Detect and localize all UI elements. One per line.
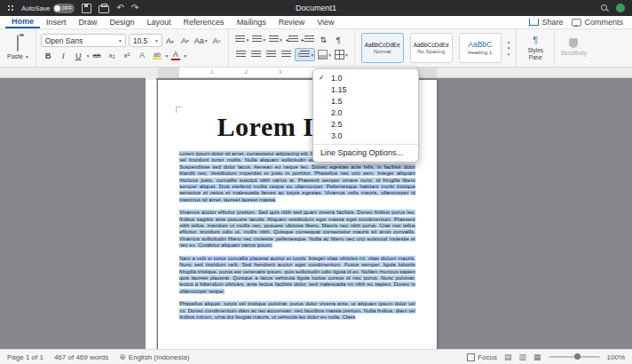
menu-item-label: 3.0 (331, 131, 343, 140)
tab-layout[interactable]: Layout (141, 16, 178, 28)
sensitivity-button[interactable]: Sensitivity (555, 28, 592, 67)
zoom-slider[interactable] (549, 356, 600, 358)
multilevel-list-icon (269, 36, 279, 44)
text-effects-icon: A (139, 51, 145, 59)
autosave-control[interactable]: AutoSave OFF (21, 4, 75, 13)
vertical-ruler-band (146, 80, 157, 350)
show-marks-button[interactable]: ¶ (332, 34, 345, 45)
gallery-arrows: ▴ ▾ ▾ (506, 39, 512, 57)
menu-item-1-15[interactable]: 1.15 (313, 83, 418, 95)
style-name: No Spacing (417, 49, 445, 54)
font-color-caret-icon[interactable]: ▾ (184, 53, 186, 59)
zoom-slider-knob[interactable] (574, 353, 581, 360)
underline-caret-icon[interactable]: ▾ (87, 53, 90, 59)
bullets-icon (235, 36, 245, 44)
tab-references[interactable]: References (178, 16, 231, 28)
font-name-combo[interactable]: Open Sans ▾ (41, 34, 126, 47)
tab-review[interactable]: Review (273, 16, 312, 28)
search-icon[interactable] (601, 4, 609, 12)
gallery-up-icon[interactable]: ▴ (508, 39, 510, 44)
line-spacing-menu: ✓ 1.0 1.15 1.5 2.0 2.5 3.0 Line Spacing … (312, 68, 419, 162)
multilevel-list-button[interactable]: ▾ (268, 34, 283, 45)
change-case-button[interactable]: Aa▾ (194, 35, 209, 46)
font-size-combo[interactable]: 10.5 ▾ (129, 34, 162, 47)
autosave-toggle[interactable]: OFF (53, 4, 75, 13)
numbering-button[interactable]: ▾ (251, 34, 266, 45)
tab-insert[interactable]: Insert (40, 16, 73, 28)
highlight-caret-icon[interactable]: ▾ (165, 53, 168, 59)
styles-pane-button[interactable]: ¶ Styles Pane (517, 28, 555, 67)
style-heading-1[interactable]: AaBbC Heading 1 (459, 33, 502, 63)
underline-button[interactable]: U (72, 50, 85, 61)
comments-button[interactable]: Comments (572, 18, 623, 27)
app-grid-icon[interactable] (7, 4, 14, 12)
superscript-button[interactable]: x² (120, 50, 133, 61)
decrease-indent-button[interactable]: ◂ (285, 34, 299, 45)
bullets-button[interactable]: ▾ (234, 34, 249, 45)
bold-button[interactable]: B (42, 50, 55, 61)
menu-item-1-0[interactable]: ✓ 1.0 (313, 72, 418, 83)
document-body[interactable]: Lorem ipsum dolor sit amet, consectetur … (179, 151, 415, 320)
ruler-number: 1 (210, 69, 213, 75)
align-center-button[interactable] (249, 49, 263, 60)
language-indicator[interactable]: ⊕ English (Indonesia) (119, 353, 189, 361)
style-normal[interactable]: AaBbCcDdEe Normal (361, 33, 404, 63)
sort-button[interactable]: ⇅ (317, 34, 330, 45)
change-case-icon: Aa (194, 36, 204, 45)
increase-indent-button[interactable]: ▸ (301, 34, 315, 45)
line-spacing-options-item[interactable]: Line Spacing Options... (313, 144, 418, 159)
italic-button[interactable]: I (57, 50, 70, 61)
focus-button[interactable]: Focus (467, 353, 497, 361)
page-indicator[interactable]: Page 1 of 1 (7, 353, 43, 361)
paste-button[interactable] (17, 36, 19, 51)
justify-button[interactable] (280, 49, 293, 60)
gallery-down-icon[interactable]: ▾ (508, 45, 510, 51)
borders-button[interactable]: ▾ (334, 49, 349, 60)
undo-icon[interactable]: ↶ (116, 4, 123, 12)
subscript-button[interactable]: x₂ (105, 50, 118, 61)
gallery-expand-icon[interactable]: ▾ (508, 51, 510, 57)
tab-home[interactable]: Home (5, 16, 40, 28)
menu-item-2-0[interactable]: 2.0 (313, 107, 418, 118)
align-left-button[interactable] (234, 49, 248, 60)
shrink-font-button[interactable]: A▾ (178, 35, 192, 46)
print-icon[interactable] (99, 5, 109, 13)
word-count[interactable]: 467 of 469 words (54, 353, 108, 361)
highlight-button[interactable]: ab (150, 50, 163, 61)
style-no-spacing[interactable]: AaBbCcDdEe No Spacing (410, 33, 453, 63)
redo-icon[interactable]: ↷ (131, 4, 138, 12)
tab-design[interactable]: Design (104, 16, 141, 28)
window-title: Document1 (0, 4, 632, 12)
menu-item-1-5[interactable]: 1.5 (313, 95, 418, 107)
save-icon[interactable] (82, 4, 91, 13)
grow-font-button[interactable]: A▴ (163, 35, 177, 46)
tab-draw[interactable]: Draw (73, 16, 104, 28)
strikethrough-button[interactable]: ab (90, 50, 103, 61)
tab-view[interactable]: View (311, 16, 340, 28)
text-effects-button[interactable]: A (135, 50, 148, 61)
menu-item-2-5[interactable]: 2.5 (313, 118, 418, 130)
zoom-level[interactable]: 100% (607, 353, 625, 361)
clear-formatting-button[interactable]: Ax (209, 35, 223, 46)
line-spacing-button[interactable]: ↕ ▾ (295, 48, 315, 61)
print-layout-icon[interactable]: ▥ (519, 353, 527, 361)
shading-button[interactable]: ▾ (317, 49, 332, 60)
font-color-button[interactable]: A (169, 50, 182, 61)
read-mode-icon[interactable]: ▤ (504, 353, 512, 361)
numbering-icon (252, 36, 262, 44)
vertical-ruler[interactable] (146, 77, 156, 350)
tab-mailings[interactable]: Mailings (231, 16, 273, 28)
align-right-button[interactable] (265, 49, 278, 60)
account-avatar[interactable] (616, 4, 625, 12)
clipboard-icon (17, 35, 19, 51)
font-name-value: Open Sans (45, 36, 83, 45)
menu-item-3-0[interactable]: 3.0 (313, 130, 418, 141)
sort-icon: ⇅ (320, 36, 328, 44)
paste-label-row[interactable]: Paste ▾ (7, 53, 28, 59)
web-layout-icon[interactable]: ▦ (533, 353, 541, 361)
paragraph-text: Vivamus auctor efficitur pretium. Sed qu… (179, 210, 415, 248)
paragraph[interactable]: Phasellus aliquet, turpis vel tristique … (179, 301, 415, 320)
share-button[interactable]: Share (529, 18, 563, 27)
paragraph[interactable]: Nam a velit et tortor convallis placerat… (179, 256, 415, 295)
paragraph[interactable]: Vivamus auctor efficitur pretium. Sed qu… (179, 210, 415, 249)
